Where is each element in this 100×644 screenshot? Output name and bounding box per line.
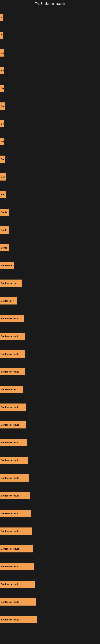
bar-row: Bott (0, 186, 100, 204)
bar-row: Bottleneck result (0, 504, 100, 522)
bar-row: Bo (0, 115, 100, 132)
bar-row: Bottleneck result (0, 398, 100, 416)
bar-row: Bottleneck result (0, 328, 100, 345)
bar-label: Bottleneck resu (0, 280, 22, 287)
bar-label: Bottleneck result (0, 580, 35, 588)
bar-row: Bot (0, 150, 100, 168)
bar-row: B (0, 9, 100, 26)
bar-row: Bottleneck result (0, 469, 100, 487)
bar-row: Bottleneck result (0, 593, 100, 611)
bar-label: Bottleneck result (0, 457, 28, 464)
bar-label: Bottleneck resu (0, 386, 23, 393)
bar-row: Bottleneck result (0, 487, 100, 504)
bar-label: B (0, 32, 3, 39)
bar-label: Bottleneck result (0, 616, 37, 623)
site-title: TheBottlenecker.com (0, 0, 100, 7)
bar-row: Bottleneck result (0, 611, 100, 628)
bar-row: Bottleneck result (0, 558, 100, 575)
bar-row: Bottleneck result (0, 575, 100, 593)
bar-label: Bottleneck result (0, 368, 25, 375)
bar-row: Bo (0, 132, 100, 150)
bar-row: Bo (0, 62, 100, 80)
bar-row: Bottleneck resu (0, 380, 100, 398)
bar-label: Bottleneck result (0, 510, 31, 517)
bar-label: Bottleneck result (0, 439, 27, 446)
bar-row: Bot (0, 97, 100, 115)
bar-label: Bottle (0, 226, 9, 234)
bar-row: Bottleneck result (0, 452, 100, 469)
bar-row: Bottleneck result (0, 434, 100, 452)
bar-label: Bottleneck result (0, 421, 26, 428)
bar-label: Bo (0, 138, 4, 145)
bar-label: Bottleneck result (0, 528, 32, 535)
bar-label: Bottleneck result (0, 598, 36, 606)
bar-row: Bottle (0, 239, 100, 256)
bar-label: Bottleneck result (0, 315, 24, 322)
bar-row: Bottleneck (0, 256, 100, 274)
bar-label: B (0, 14, 3, 21)
bar-row: Bottleneck result (0, 522, 100, 540)
bar-label: Bottleneck (0, 262, 14, 269)
bar-row: Bott (0, 168, 100, 186)
bar-label: Bottleneck r (0, 297, 17, 304)
bar-label: Bottleneck result (0, 404, 26, 411)
bar-label: Bo (0, 120, 4, 128)
bar-label: Bo (0, 49, 3, 56)
bar-label: Bottleneck result (0, 350, 25, 358)
bar-label: Bot (0, 156, 5, 163)
bar-label: Bo (0, 85, 4, 92)
bar-row: Bottleneck result (0, 540, 100, 558)
bar-label: Bottle (0, 244, 9, 251)
bars-container: BBBoBoBoBotBoBoBotBottBottBottleBottleBo… (0, 7, 100, 630)
bar-label: Bottle (0, 209, 9, 216)
bar-label: Bott (0, 191, 6, 198)
bar-label: Bottleneck result (0, 545, 33, 552)
bar-row: Bottleneck r (0, 292, 100, 310)
bar-row: Bottle (0, 221, 100, 239)
bar-label: Bottleneck result (0, 563, 34, 570)
bar-label: Bo (0, 67, 4, 74)
bar-label: Bottleneck result (0, 474, 29, 482)
bar-row: Bottle (0, 204, 100, 221)
bar-row: Bottleneck resu (0, 274, 100, 292)
bar-label: Bot (0, 102, 5, 110)
bar-row: Bottleneck result (0, 345, 100, 363)
bar-row: Bottleneck result (0, 363, 100, 380)
bar-row: B (0, 26, 100, 44)
bar-label: Bott (0, 173, 6, 180)
bar-label: Bottleneck result (0, 333, 25, 340)
bar-row: Bo (0, 80, 100, 97)
bar-row: Bo (0, 44, 100, 62)
bar-row: Bottleneck result (0, 416, 100, 434)
bar-label: Bottleneck result (0, 492, 30, 499)
bar-row: Bottleneck result (0, 310, 100, 328)
